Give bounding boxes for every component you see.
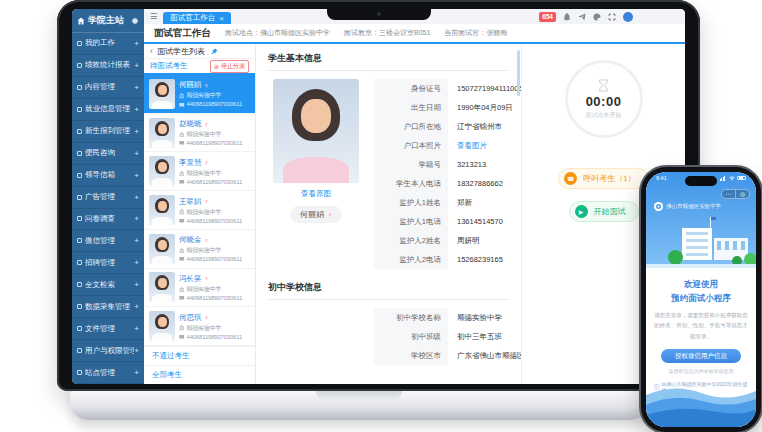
candidate-photo bbox=[149, 79, 175, 109]
menu-icon bbox=[77, 195, 82, 200]
female-icon: ♀ bbox=[204, 237, 209, 244]
sidebar-item-data-collect[interactable]: 数据采集管理+ bbox=[72, 296, 144, 318]
sidebar-header[interactable]: 学院主站 bbox=[72, 9, 144, 33]
sidebar-item-enrollment[interactable]: 新生报到管理+ bbox=[72, 121, 144, 143]
candidate-card[interactable]: 王翠娟♀ 顺德实验中学 440681198907030611 bbox=[144, 191, 255, 230]
expand-plus-icon[interactable]: + bbox=[134, 193, 139, 202]
play-icon: ▶ bbox=[575, 205, 588, 218]
menu-icon bbox=[77, 85, 82, 90]
sidebar-item-label: 绩效统计报表 bbox=[85, 60, 134, 70]
more-icon[interactable]: ⋯ bbox=[722, 190, 735, 198]
exit-icon[interactable]: ◎ bbox=[735, 190, 749, 198]
wechat-auth-button[interactable]: 授权微信用户信息 bbox=[661, 349, 741, 363]
expand-plus-icon[interactable]: + bbox=[134, 302, 139, 311]
failed-candidates-link[interactable]: 不通过考生 bbox=[144, 346, 255, 365]
expand-plus-icon[interactable]: + bbox=[134, 39, 139, 48]
expand-plus-icon[interactable]: + bbox=[134, 105, 139, 114]
sidebar-item-employment[interactable]: 就业信息管理+ bbox=[72, 99, 144, 121]
expand-plus-icon[interactable]: + bbox=[134, 280, 139, 289]
sidebar-item-recruit[interactable]: 招聘管理+ bbox=[72, 252, 144, 274]
sidebar-item-consult[interactable]: 便民咨询+ bbox=[72, 143, 144, 165]
close-icon[interactable]: × bbox=[219, 14, 224, 23]
menu-icon bbox=[77, 107, 82, 112]
sidebar-item-my-work[interactable]: 我的工作+ bbox=[72, 33, 144, 55]
field-row: 户口本照片查看图片 bbox=[374, 136, 509, 155]
sidebar-item-kpi-reports[interactable]: 绩效统计报表+ bbox=[72, 55, 144, 77]
bell-icon[interactable] bbox=[563, 13, 571, 21]
start-interview-button[interactable]: ▶ 开始面试 bbox=[569, 201, 639, 222]
all-candidates-link[interactable]: 全部考生 bbox=[144, 365, 255, 384]
menu-icon bbox=[77, 326, 82, 331]
sidebar-item-label: 就业信息管理 bbox=[85, 104, 134, 114]
school-icon bbox=[179, 209, 185, 215]
expand-plus-icon[interactable]: + bbox=[134, 149, 139, 158]
expand-plus-icon[interactable]: + bbox=[134, 171, 139, 180]
welcome-title: 欢迎使用 预约面试小程序 bbox=[671, 277, 731, 305]
id-card-icon bbox=[179, 140, 185, 146]
current-interviewer: 当前面试官：张丽梅 bbox=[444, 28, 507, 38]
female-icon: ♀ bbox=[204, 275, 209, 282]
call-candidate-button[interactable]: ☎ 呼叫考生（1） bbox=[558, 168, 648, 189]
expand-plus-icon[interactable]: + bbox=[134, 368, 139, 377]
candidate-photo bbox=[149, 272, 175, 302]
workspace: ‹ 面试学生列表 待面试考生 ⊘ 停止分派 bbox=[144, 44, 685, 384]
phone-mockup: 9:41 ⋯ ◎ 佛山市顺德区实验中学 bbox=[641, 167, 761, 432]
view-original-link[interactable]: 查看原图 bbox=[301, 189, 331, 199]
expand-plus-icon[interactable]: + bbox=[134, 236, 139, 245]
expand-plus-icon[interactable]: + bbox=[134, 324, 139, 333]
candidate-card[interactable]: 何晓金♀ 顺德实验中学 440681198907030611 bbox=[144, 230, 255, 269]
school-icon bbox=[179, 248, 185, 254]
sidebar-item-label: 广告管理 bbox=[85, 192, 134, 202]
sidebar-item-wechat[interactable]: 微信管理+ bbox=[72, 230, 144, 252]
sidebar-item-survey[interactable]: 问卷调查+ bbox=[72, 209, 144, 231]
id-card-icon bbox=[179, 295, 185, 301]
field-row: 学生本人电话18327886662 bbox=[374, 174, 509, 193]
tab-interviewer-workbench[interactable]: 面试官工作台 × bbox=[163, 12, 231, 24]
female-icon: ♀ bbox=[204, 314, 209, 321]
menu-icon bbox=[77, 370, 82, 375]
scrollbar[interactable] bbox=[517, 50, 520, 96]
candidate-list-panel: ‹ 面试学生列表 待面试考生 ⊘ 停止分派 bbox=[144, 44, 256, 384]
user-avatar[interactable] bbox=[623, 12, 633, 22]
sidebar-item-label: 招聘管理 bbox=[85, 258, 134, 268]
school-info-section: 初中学校信息 初中学校名称顺德实验中学 初中班级初中三年五班 学校区市广东省佛山… bbox=[268, 281, 509, 365]
scene: 学院主站 我的工作+ 绩效统计报表+ 内容管理+ 就业信息管理+ 新生报到管理+… bbox=[0, 0, 762, 432]
pending-candidates-header: 待面试考生 ⊘ 停止分派 bbox=[144, 59, 255, 75]
female-icon: ♀ bbox=[204, 82, 209, 89]
id-card-icon bbox=[179, 256, 185, 262]
gear-icon[interactable] bbox=[131, 17, 139, 25]
sidebar-item-files[interactable]: 文件管理+ bbox=[72, 318, 144, 340]
candidate-card[interactable]: 何思琪♀ 顺德实验中学 440681198907030611 bbox=[144, 307, 255, 346]
pin-icon[interactable] bbox=[211, 48, 218, 55]
notification-badge: 654 bbox=[539, 12, 556, 22]
stop-dispatch-button[interactable]: ⊘ 停止分派 bbox=[210, 60, 249, 73]
sidebar-item-content-mgmt[interactable]: 内容管理+ bbox=[72, 77, 144, 99]
basic-info-title: 学生基本信息 bbox=[268, 52, 509, 71]
view-image-link[interactable]: 查看图片 bbox=[448, 136, 487, 155]
candidate-card[interactable]: 冯长笑♀ 顺德实验中学 440681198907030611 bbox=[144, 269, 255, 308]
list-header: ‹ 面试学生列表 bbox=[144, 44, 255, 59]
miniapp-capsule[interactable]: ⋯ ◎ bbox=[721, 189, 750, 199]
candidate-card[interactable]: 何丽娟♀ 顺德实验中学 440681198907030611 bbox=[144, 75, 255, 114]
school-icon bbox=[179, 93, 185, 99]
fullscreen-icon[interactable] bbox=[608, 13, 616, 21]
candidate-card[interactable]: 李景慧♀ 顺德实验中学 440681198907030611 bbox=[144, 152, 255, 191]
expand-plus-icon[interactable]: + bbox=[134, 127, 139, 136]
sidebar-item-search[interactable]: 全文检索+ bbox=[72, 274, 144, 296]
expand-plus-icon[interactable]: + bbox=[134, 61, 139, 70]
expand-plus-icon[interactable]: + bbox=[134, 346, 139, 355]
candidate-photo bbox=[149, 311, 175, 341]
expand-plus-icon[interactable]: + bbox=[134, 214, 139, 223]
collapse-menu-icon[interactable]: ☰ bbox=[150, 13, 157, 21]
sidebar-item-site-mgmt[interactable]: 站点管理+ bbox=[72, 362, 144, 384]
sidebar-item-users-perms[interactable]: 用户与权限管理+ bbox=[72, 340, 144, 362]
sidebar-item-mailbox[interactable]: 领导信箱+ bbox=[72, 165, 144, 187]
stop-icon: ⊘ bbox=[214, 63, 219, 70]
candidate-card[interactable]: 赵晓晓♀ 顺德实验中学 440681198907030611 bbox=[144, 114, 255, 153]
back-icon[interactable]: ‹ bbox=[150, 47, 153, 56]
expand-plus-icon[interactable]: + bbox=[134, 83, 139, 92]
expand-plus-icon[interactable]: + bbox=[134, 258, 139, 267]
theme-palette-icon[interactable] bbox=[593, 13, 601, 21]
send-icon[interactable] bbox=[578, 13, 586, 21]
sidebar-item-ads[interactable]: 广告管理+ bbox=[72, 187, 144, 209]
